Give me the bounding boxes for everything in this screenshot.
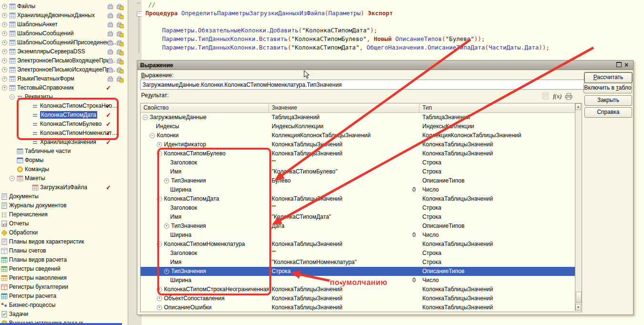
vertical-scrollbar[interactable]: ▲ ▼: [575, 103, 582, 311]
result-row[interactable]: Ширина0Число: [141, 185, 582, 194]
tree-item-label[interactable]: Задачи: [9, 311, 28, 317]
show-value-icon[interactable]: [542, 92, 550, 100]
scroll-up-icon[interactable]: ▲: [575, 103, 581, 110]
tree-item-label[interactable]: Регистры накопления: [9, 274, 67, 281]
help-button[interactable]: Справка: [584, 107, 632, 118]
tree-item[interactable]: Планы видов расчета: [0, 255, 128, 264]
tree-item-label[interactable]: ЗагрузкаИзФайла: [40, 184, 87, 191]
expand-icon[interactable]: +: [157, 287, 162, 292]
tree-item[interactable]: ЗагрузкаИзФайла✓: [0, 183, 128, 192]
dialog-titlebar[interactable]: Выражение ×: [137, 61, 633, 70]
tree-item-label[interactable]: Макеты: [25, 175, 45, 182]
result-row[interactable]: −ЗагружаемыеДанныеТаблицаЗначенийТаблица…: [141, 113, 582, 122]
tree-item[interactable]: −Реквизиты: [0, 92, 128, 102]
tree-item-label[interactable]: КолонкаСТипомБулево: [40, 121, 102, 127]
tree-item[interactable]: КолонкаСТипомБулево✓: [0, 120, 128, 129]
expand-icon[interactable]: +: [2, 49, 7, 54]
tree-item[interactable]: Журналы документов: [0, 201, 128, 210]
expand-icon[interactable]: +: [164, 223, 169, 229]
metadata-tree[interactable]: +Файлы +ХранилищеДвоичныхДанных +Шаблоны…: [0, 0, 128, 325]
close-icon[interactable]: ×: [623, 62, 630, 69]
tree-item[interactable]: Планы счетов: [0, 246, 128, 255]
tree-item[interactable]: +ЯзыкиПечатныхФорм: [0, 74, 128, 83]
collapse-icon[interactable]: −: [157, 242, 162, 247]
tree-item-label[interactable]: Планы счетов: [9, 247, 46, 254]
tree-item[interactable]: +ЭлектронноеПисьмоИсходящееПр…: [0, 65, 128, 74]
tree-item[interactable]: −Макеты: [0, 174, 128, 183]
tree-item-label[interactable]: ШаблоныАнкет: [17, 21, 58, 28]
result-row[interactable]: Имя"КолонкаСТипомБулево"Строка: [141, 167, 582, 176]
tree-item-label[interactable]: Реквизиты: [25, 93, 53, 100]
expand-icon[interactable]: +: [2, 13, 7, 18]
tree-item-label[interactable]: ЭлектронноеПисьмоИсходящееПр…: [17, 66, 115, 73]
tree-item-label[interactable]: ШаблоныСообщенийПрисоединенн…: [17, 39, 118, 46]
fx-icon[interactable]: f(x): [553, 92, 562, 100]
tree-item-label[interactable]: КолонкаСТипомДата: [40, 111, 97, 119]
collapse-icon[interactable]: −: [10, 176, 15, 181]
expand-icon[interactable]: +: [164, 178, 169, 183]
tree-item[interactable]: КолонкаСТипомНоменклат…✓: [0, 129, 128, 138]
tree-item-label[interactable]: Команды: [25, 166, 49, 173]
column-header[interactable]: Значение: [269, 103, 419, 112]
tree-item-label[interactable]: Регистры расчета: [9, 293, 56, 299]
tree-item-label[interactable]: Обработки: [9, 229, 38, 236]
tree-item[interactable]: +ТестовыйСправочник✓: [0, 83, 128, 92]
result-row[interactable]: −КолонкаСТипомНоменклатураКолонкаТаблицы…: [141, 240, 582, 249]
tree-item-label[interactable]: ХранилищеДвоичныхДанных: [17, 12, 95, 19]
tree-item[interactable]: Отчеты: [0, 219, 128, 228]
tree-item[interactable]: +ШаблоныАнкет: [0, 20, 128, 29]
expand-icon[interactable]: +: [157, 142, 162, 147]
result-row[interactable]: −КолонкиКоллекцияКолонокТаблицыЗначенийК…: [141, 131, 582, 140]
expand-icon[interactable]: +: [2, 31, 7, 36]
collapse-icon[interactable]: −: [157, 196, 162, 202]
expand-icon[interactable]: +: [2, 76, 7, 81]
collapse-icon[interactable]: −: [150, 133, 155, 138]
tree-item-label[interactable]: Отчеты: [9, 220, 29, 227]
collapse-icon[interactable]: −: [10, 94, 15, 100]
result-row[interactable]: Заголовок""Строка: [141, 158, 582, 167]
tree-item-label[interactable]: Табличные части: [25, 148, 71, 154]
tree-item-label[interactable]: Файлы: [17, 3, 35, 10]
expand-icon[interactable]: +: [2, 67, 7, 72]
tree-item-label[interactable]: Перечисления: [9, 211, 48, 218]
result-table-header[interactable]: СвойствоЗначениеТип: [141, 103, 582, 113]
expand-icon[interactable]: +: [157, 296, 162, 301]
collapse-icon[interactable]: −: [157, 151, 162, 156]
tree-item[interactable]: Табличные части: [0, 147, 128, 156]
result-row[interactable]: Ширина0Число: [141, 231, 582, 240]
tree-item[interactable]: Перечисления: [0, 210, 128, 219]
tree-item[interactable]: ХранилищеЗначения✓: [0, 138, 128, 147]
tree-item-label[interactable]: Планы видов расчета: [9, 256, 67, 263]
result-row[interactable]: +ТипЗначенияСтрокаОписаниеТипов: [141, 267, 582, 276]
result-row[interactable]: Имя"КолонкаСТипомНоменклатура"Строка: [141, 258, 582, 267]
tree-item[interactable]: Регистры бухгалтерии: [0, 283, 128, 292]
result-row[interactable]: +ТипЗначенияБулевоОписаниеТипов: [141, 176, 582, 185]
result-row[interactable]: ИндексыИндексыКоллекцииИндексыКоллекции: [141, 122, 582, 131]
calculate-button[interactable]: Рассчитать: [584, 72, 632, 83]
expand-icon[interactable]: +: [2, 40, 7, 45]
code-line[interactable]: Параметры.ОбязательныеКолонки.Добавить("…: [162, 27, 378, 34]
tree-item-label[interactable]: ЭлектронноеПисьмоВходящееПри…: [17, 57, 115, 64]
tree-item-label[interactable]: Планы видов характеристик: [9, 238, 84, 245]
expression-combobox[interactable]: ▼: [140, 80, 616, 90]
tree-item[interactable]: +ХранилищеДвоичныхДанных: [0, 11, 128, 20]
tree-item-label[interactable]: Регистры сведений: [9, 265, 61, 272]
tree-item-label[interactable]: Бизнес-процессы: [9, 302, 55, 308]
expand-icon[interactable]: +: [164, 269, 169, 274]
close-button[interactable]: Закрыть: [584, 95, 632, 106]
tree-item[interactable]: +ЭлектронноеПисьмоВходящееПри…: [0, 56, 128, 65]
expand-icon[interactable]: +: [2, 4, 7, 9]
maximize-icon[interactable]: [615, 62, 623, 69]
code-line[interactable]: //: [148, 1, 155, 8]
tree-item[interactable]: +ШаблоныСообщений: [0, 29, 128, 38]
code-line[interactable]: Параметры.ТипДанныхКолонки.Вставить("Кол…: [162, 44, 550, 51]
code-line[interactable]: Процедура ОпределитьПараметрыЗагрузкиДан…: [145, 10, 393, 17]
expression-input[interactable]: [141, 80, 607, 89]
collapse-icon[interactable]: −: [143, 115, 148, 120]
result-row[interactable]: −КолонкаСТипомДатаКолонкаТаблицыЗначений…: [141, 194, 582, 203]
tree-item-label[interactable]: ТестовыйСправочник: [17, 84, 74, 91]
expand-icon[interactable]: +: [2, 58, 7, 63]
tree-item-label[interactable]: Формы: [25, 157, 43, 163]
expand-icon[interactable]: +: [2, 22, 7, 27]
tree-item[interactable]: Планы видов характеристик: [0, 237, 128, 246]
